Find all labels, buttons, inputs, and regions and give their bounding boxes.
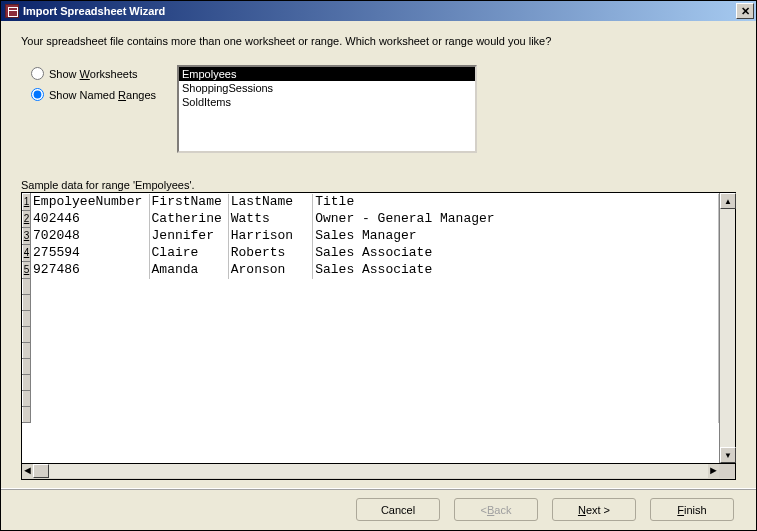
- table-row-empty: [23, 327, 719, 343]
- row-number: 5: [23, 262, 31, 279]
- range-listbox[interactable]: EmpolyeesShoppingSessionsSoldItems: [177, 65, 477, 153]
- scroll-right-icon[interactable]: ►: [708, 464, 719, 479]
- horizontal-scrollbar[interactable]: ◄ ►: [21, 464, 736, 480]
- grid-table: 1EmpolyeeNumberFirstNameLastNameTitle240…: [22, 193, 719, 463]
- table-cell: Sales Manager: [313, 228, 719, 245]
- table-cell: [31, 343, 719, 359]
- table-cell: 402446: [31, 211, 150, 228]
- table-row-empty: [23, 311, 719, 327]
- row-number: [23, 375, 31, 391]
- row-number: [23, 311, 31, 327]
- table-row: 3702048JenniferHarrisonSales Manager: [23, 228, 719, 245]
- scroll-left-icon[interactable]: ◄: [22, 464, 33, 479]
- table-cell: [31, 327, 719, 343]
- table-cell: EmpolyeeNumber: [31, 194, 150, 211]
- back-button[interactable]: < Back: [454, 498, 538, 521]
- close-button[interactable]: ✕: [736, 3, 754, 19]
- row-number: [23, 327, 31, 343]
- row-number: 2: [23, 211, 31, 228]
- wizard-window: Import Spreadsheet Wizard ✕ Your spreads…: [0, 0, 757, 531]
- table-row-empty: [23, 407, 719, 423]
- table-cell: Owner - General Manager: [313, 211, 719, 228]
- table-cell: Amanda: [149, 262, 228, 279]
- row-number: 3: [23, 228, 31, 245]
- row-number: 1: [23, 194, 31, 211]
- table-cell: Sales Associate: [313, 245, 719, 262]
- app-icon: [5, 4, 19, 18]
- listbox-item[interactable]: SoldItems: [179, 95, 475, 109]
- table-row: 2402446CatherineWattsOwner - General Man…: [23, 211, 719, 228]
- finish-button[interactable]: Finish: [650, 498, 734, 521]
- scroll-down-icon[interactable]: ▼: [720, 447, 736, 463]
- close-icon: ✕: [741, 5, 750, 18]
- radio-worksheets-label: Show Worksheets: [49, 68, 137, 80]
- radio-show-worksheets[interactable]: Show Worksheets: [31, 67, 177, 80]
- row-number: [23, 391, 31, 407]
- table-row-empty: [23, 295, 719, 311]
- table-row-empty: [23, 375, 719, 391]
- table-cell: Jennifer: [149, 228, 228, 245]
- cancel-button[interactable]: Cancel: [356, 498, 440, 521]
- table-row-empty: [23, 343, 719, 359]
- table-row-empty: [23, 391, 719, 407]
- table-cell: Harrison: [228, 228, 312, 245]
- radio-group: Show Worksheets Show Named Ranges: [21, 65, 177, 109]
- table-cell: Watts: [228, 211, 312, 228]
- table-row: 5927486AmandaAronsonSales Associate: [23, 262, 719, 279]
- titlebar: Import Spreadsheet Wizard ✕: [1, 1, 756, 21]
- radio-worksheets-input[interactable]: [31, 67, 44, 80]
- sample-data-label: Sample data for range 'Empolyees'.: [21, 179, 736, 191]
- row-number: [23, 343, 31, 359]
- table-cell: 275594: [31, 245, 150, 262]
- next-button[interactable]: Next >: [552, 498, 636, 521]
- row-number: [23, 295, 31, 311]
- table-cell: [31, 311, 719, 327]
- radio-show-named-ranges[interactable]: Show Named Ranges: [31, 88, 177, 101]
- table-header-row: 1EmpolyeeNumberFirstNameLastNameTitle: [23, 194, 719, 211]
- window-title: Import Spreadsheet Wizard: [23, 5, 736, 17]
- hscroll-track[interactable]: [49, 464, 708, 478]
- table-cell: 702048: [31, 228, 150, 245]
- table-cell: Aronson: [228, 262, 312, 279]
- table-cell: 927486: [31, 262, 150, 279]
- table-cell: Claire: [149, 245, 228, 262]
- sample-grid: 1EmpolyeeNumberFirstNameLastNameTitle240…: [21, 192, 736, 480]
- table-row-empty: [23, 279, 719, 295]
- radio-ranges-input[interactable]: [31, 88, 44, 101]
- table-cell: [31, 359, 719, 375]
- table-cell: [31, 295, 719, 311]
- scroll-up-icon[interactable]: ▲: [720, 193, 736, 209]
- table-cell: FirstName: [149, 194, 228, 211]
- table-cell: Title: [313, 194, 719, 211]
- table-cell: [31, 279, 719, 295]
- options-row: Show Worksheets Show Named Ranges Empoly…: [21, 65, 736, 153]
- table-row: 4275594ClaireRobertsSales Associate: [23, 245, 719, 262]
- prompt-text: Your spreadsheet file contains more than…: [21, 35, 736, 47]
- row-number: [23, 407, 31, 423]
- content-area: Your spreadsheet file contains more than…: [1, 21, 756, 488]
- table-cell: Roberts: [228, 245, 312, 262]
- table-cell: [31, 407, 719, 423]
- grid-body: 1EmpolyeeNumberFirstNameLastNameTitle240…: [21, 192, 736, 464]
- row-number: 4: [23, 245, 31, 262]
- button-row: Cancel < Back Next > Finish: [1, 488, 756, 530]
- table-cell: Catherine: [149, 211, 228, 228]
- row-number: [23, 359, 31, 375]
- row-number: [23, 279, 31, 295]
- vscroll-track[interactable]: [720, 209, 735, 447]
- table-cell: Sales Associate: [313, 262, 719, 279]
- table-cell: [31, 375, 719, 391]
- listbox-item[interactable]: Empolyees: [179, 67, 475, 81]
- hscroll-thumb[interactable]: [33, 464, 49, 478]
- radio-ranges-label: Show Named Ranges: [49, 89, 156, 101]
- table-cell: [31, 391, 719, 407]
- listbox-item[interactable]: ShoppingSessions: [179, 81, 475, 95]
- table-cell: LastName: [228, 194, 312, 211]
- scrollbar-corner: [719, 464, 735, 478]
- vertical-scrollbar[interactable]: ▲ ▼: [719, 193, 735, 463]
- table-row-empty: [23, 359, 719, 375]
